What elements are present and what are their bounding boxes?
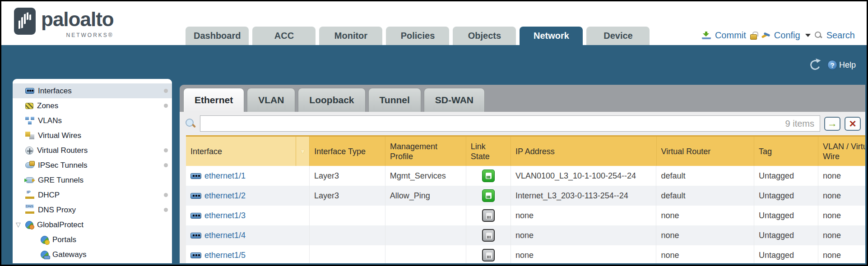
link-state-up-icon: [482, 189, 495, 202]
col-link-state[interactable]: Link State: [466, 137, 511, 166]
tab-sdwan[interactable]: SD-WAN: [424, 88, 485, 112]
cell-mgmt-profile: Allow_Ping: [385, 186, 466, 206]
config-menu[interactable]: Config: [774, 30, 800, 41]
sidebar-item-label: VLANs: [38, 116, 62, 125]
table-row[interactable]: ethernet1/5 none none Untagged none: [186, 245, 865, 263]
interface-link[interactable]: ethernet1/2: [190, 191, 246, 201]
interface-link[interactable]: ethernet1/5: [190, 251, 246, 260]
content-panel: Ethernet VLAN Loopback Tunnel SD-WAN 9 i…: [180, 85, 865, 263]
zones-icon: [25, 103, 33, 109]
sidebar-item-virtual-routers[interactable]: Virtual Routers: [13, 143, 172, 158]
col-interface-type[interactable]: Interface Type: [310, 137, 385, 166]
cell-vlan: none: [818, 186, 865, 206]
content-body: 9 items Interface Interface Type Managem…: [180, 112, 865, 263]
tab-tunnel[interactable]: Tunnel: [368, 88, 421, 112]
item-count: 9 items: [785, 119, 814, 129]
search-icon: [815, 32, 822, 39]
sidebar-item-interfaces[interactable]: Interfaces: [13, 83, 172, 98]
help-icon[interactable]: [827, 60, 837, 70]
commit-button[interactable]: Commit: [715, 30, 746, 41]
table-row[interactable]: ethernet1/2 Layer3 Allow_Ping Internet_L…: [186, 186, 865, 206]
clear-filter-button[interactable]: [845, 117, 861, 131]
sidebar-item-gateways[interactable]: Gateways: [13, 247, 172, 262]
cell-mgmt-profile: [385, 225, 466, 245]
refresh-icon[interactable]: [809, 59, 822, 71]
sidebar-item-gre-tunnels[interactable]: GRE Tunnels: [13, 173, 172, 188]
col-vlan-virtual-wire[interactable]: VLAN / Virtual Wire: [818, 137, 865, 166]
table-row[interactable]: ethernet1/1 Layer3 Mgmt_Services VLAN010…: [186, 166, 865, 186]
portals-icon: [41, 236, 49, 244]
tab-acc[interactable]: ACC: [252, 27, 316, 45]
close-icon: [849, 118, 856, 129]
interface-link[interactable]: ethernet1/4: [190, 231, 246, 240]
expand-triangle-icon[interactable]: [16, 221, 21, 228]
cell-type: [310, 206, 385, 225]
interface-icon: [190, 213, 201, 219]
app-window: paloalto NETWORKS® Dashboard ACC Monitor…: [0, 0, 868, 266]
sidebar-item-vlans[interactable]: VLANs: [13, 113, 172, 128]
sidebar-item-ipsec-tunnels[interactable]: IPSec Tunnels: [13, 158, 172, 173]
col-interface[interactable]: Interface: [186, 137, 296, 166]
sidebar-item-label: Virtual Wires: [38, 131, 81, 140]
cell-virtual-router: default: [656, 166, 754, 186]
tab-loopback[interactable]: Loopback: [298, 88, 365, 112]
interface-link[interactable]: ethernet1/3: [190, 211, 246, 220]
page-toolbar: Help: [810, 60, 856, 70]
sidebar-item-label: Portals: [52, 235, 76, 244]
globalprotect-icon: [25, 221, 33, 229]
tab-objects[interactable]: Objects: [453, 27, 516, 45]
tab-device[interactable]: Device: [586, 27, 650, 45]
brand-name: paloalto: [41, 8, 114, 31]
sidebar-item-zones[interactable]: Zones: [13, 98, 172, 113]
sort-dropdown-icon[interactable]: [296, 137, 310, 166]
cell-tag: Untagged: [754, 206, 818, 225]
filter-input[interactable]: 9 items: [200, 115, 820, 132]
col-tag[interactable]: Tag: [754, 137, 818, 166]
sidebar-item-portals[interactable]: Portals: [13, 232, 172, 247]
filter-row: 9 items: [180, 112, 865, 135]
virtual-wires-icon: [25, 132, 34, 139]
cell-vlan: none: [818, 245, 865, 263]
virtual-routers-icon: [25, 147, 33, 155]
interface-link[interactable]: ethernet1/1: [190, 171, 246, 181]
item-menu-dot[interactable]: [164, 89, 168, 93]
link-state-down-icon: [482, 249, 495, 261]
sidebar-item-virtual-wires[interactable]: Virtual Wires: [13, 128, 172, 143]
search-button[interactable]: Search: [826, 30, 855, 41]
header-actions: Commit Config Search: [702, 30, 855, 41]
item-menu-dot[interactable]: [164, 163, 168, 167]
tab-ethernet[interactable]: Ethernet: [183, 88, 244, 112]
interface-icon: [190, 193, 201, 199]
tab-policies[interactable]: Policies: [386, 27, 449, 45]
sidebar-item-globalprotect[interactable]: GlobalProtect: [13, 217, 172, 232]
filter-search-icon: [185, 118, 196, 129]
cell-tag: Untagged: [754, 166, 818, 186]
tab-dashboard[interactable]: Dashboard: [186, 27, 249, 45]
table-row[interactable]: ethernet1/4 none none Untagged none: [186, 225, 865, 245]
interfaces-icon: [25, 88, 34, 94]
item-menu-dot[interactable]: [164, 208, 168, 212]
config-icon: [761, 32, 770, 39]
item-menu-dot[interactable]: [164, 193, 168, 197]
col-ip-address[interactable]: IP Address: [511, 137, 657, 166]
apply-filter-button[interactable]: [824, 117, 840, 131]
item-menu-dot[interactable]: [164, 104, 168, 108]
gateways-icon: [41, 251, 49, 259]
cell-tag: Untagged: [754, 225, 818, 245]
cell-vlan: none: [818, 206, 865, 225]
tab-network[interactable]: Network: [520, 27, 583, 45]
col-virtual-router[interactable]: Virtual Router: [657, 137, 754, 166]
cell-tag: Untagged: [754, 186, 818, 206]
lock-icon[interactable]: [750, 32, 757, 40]
col-management-profile[interactable]: Management Profile: [385, 137, 466, 166]
table-row[interactable]: ethernet1/3 none none Untagged none: [186, 206, 865, 225]
sidebar-item-dns-proxy[interactable]: DNS Proxy: [13, 202, 172, 217]
sidebar-item-dhcp[interactable]: DHCP: [13, 188, 172, 202]
dns-proxy-icon: [25, 206, 34, 214]
chevron-down-icon[interactable]: [805, 34, 811, 37]
item-menu-dot[interactable]: [164, 148, 168, 152]
tab-monitor[interactable]: Monitor: [319, 27, 382, 45]
help-label[interactable]: Help: [839, 60, 856, 70]
tab-vlan[interactable]: VLAN: [247, 88, 295, 112]
cell-tag: Untagged: [754, 245, 818, 263]
